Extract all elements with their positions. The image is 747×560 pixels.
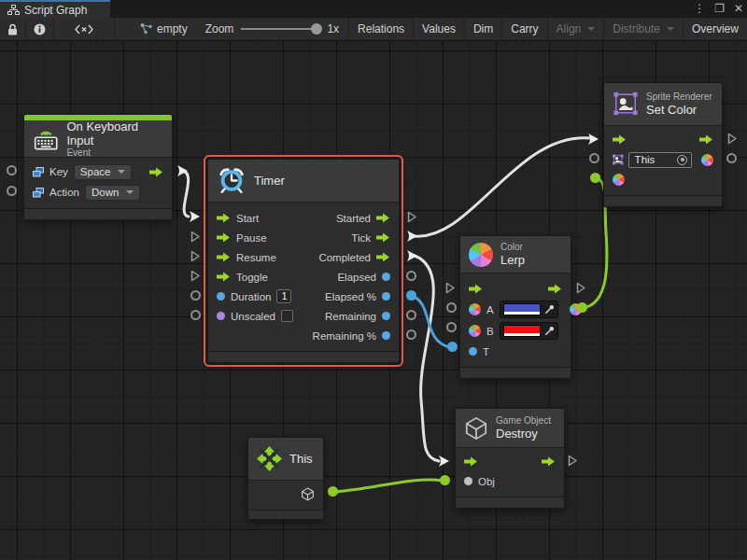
value-port[interactable] [469, 347, 477, 356]
flow-input-arrow[interactable] [217, 272, 231, 282]
action-dropdown[interactable]: Down [85, 185, 140, 201]
ext-port-elapsed-out[interactable] [406, 271, 416, 281]
value-port[interactable] [382, 331, 390, 340]
sprite-renderer-port-icon[interactable] [613, 153, 624, 166]
ext-port-started-out[interactable] [407, 211, 417, 223]
ext-port-resume-in[interactable] [190, 250, 201, 262]
value-port[interactable] [382, 273, 390, 281]
node-timer[interactable]: Timer Start Started Pause Tick Resume [207, 159, 400, 363]
color-swatch-b[interactable] [503, 325, 541, 337]
value-port[interactable] [217, 292, 225, 301]
ext-port-key-input[interactable] [7, 165, 17, 175]
color-port[interactable] [469, 303, 481, 315]
node-set-color[interactable]: Sprite Renderer Set Color This [603, 82, 723, 207]
ext-port-lerp-color-out[interactable] [577, 302, 587, 313]
ext-port-setcolor-target-in[interactable] [589, 153, 599, 163]
color-swatch-a[interactable] [503, 303, 541, 315]
flow-input-arrow[interactable] [613, 134, 627, 145]
flow-input-arrow[interactable] [217, 213, 231, 223]
ext-port-elapsed-pct-out[interactable] [406, 290, 416, 301]
ext-port-setcolor-flow-in[interactable] [587, 133, 599, 146]
color-input-port[interactable] [613, 174, 625, 186]
ext-port-start-in[interactable] [189, 210, 201, 223]
ext-port-lerp-b-in[interactable] [446, 322, 457, 332]
value-port[interactable] [217, 312, 225, 320]
ext-port-lerp-t-in[interactable] [447, 342, 458, 352]
value-port[interactable] [382, 312, 390, 320]
edit-graph-button[interactable] [54, 18, 115, 40]
value-port[interactable] [382, 292, 390, 301]
ext-port-setcolor-color-out[interactable] [726, 153, 737, 163]
flow-output-arrow[interactable] [376, 232, 390, 243]
ext-port-keyboard-flow-out[interactable] [176, 164, 189, 177]
ext-port-tick-out[interactable] [406, 230, 418, 243]
window-menu-icon[interactable]: ⋮ [694, 0, 705, 18]
ext-port-duration-in[interactable] [190, 290, 201, 301]
ext-port-lerp-a-in[interactable] [446, 302, 457, 313]
ext-port-destroy-flow-out[interactable] [568, 455, 578, 467]
flow-input-arrow[interactable] [217, 252, 231, 262]
graph-canvas[interactable]: On Keyboard Input Event Key Space [0, 41, 747, 560]
toolbar-button-distribute[interactable]: Distribute [604, 18, 684, 40]
flow-input-arrow[interactable] [464, 456, 478, 467]
toolbar-button-overview[interactable]: Overview [684, 18, 747, 40]
node-on-keyboard-input[interactable]: On Keyboard Input Event Key Space [23, 114, 173, 220]
flow-output-arrow[interactable] [149, 167, 163, 177]
ext-port-completed-out[interactable] [406, 249, 418, 262]
ext-port-remaining-out[interactable] [406, 310, 416, 320]
flow-output-arrow[interactable] [548, 284, 562, 294]
ext-port-destroy-flow-in[interactable] [438, 455, 450, 468]
color-field-b[interactable] [500, 322, 558, 340]
ext-port-destroy-obj-in[interactable] [440, 475, 450, 485]
duration-input[interactable]: 1 [276, 289, 291, 303]
eyedropper-icon[interactable] [544, 304, 555, 315]
ext-port-remaining-pct-out[interactable] [406, 329, 416, 340]
lock-button[interactable] [0, 18, 26, 40]
object-picker-icon[interactable] [677, 155, 687, 165]
wire-this-to-destroy-obj[interactable] [333, 480, 444, 492]
color-output-port[interactable] [701, 154, 713, 166]
toolbar-button-carry[interactable]: Carry [502, 18, 547, 40]
close-icon[interactable]: ✕ [734, 0, 743, 18]
target-object-field[interactable]: This [628, 152, 692, 168]
ext-port-setcolor-flow-out[interactable] [727, 133, 738, 145]
ext-port-unscaled-in[interactable] [190, 310, 201, 320]
toolbar-button-values[interactable]: Values [414, 18, 465, 40]
node-this[interactable]: This [247, 437, 324, 520]
toolbar-button-relations[interactable]: Relations [349, 18, 414, 40]
ext-port-lerp-flow-in[interactable] [445, 282, 456, 294]
flow-input-arrow[interactable] [469, 284, 483, 294]
color-port[interactable] [469, 325, 481, 337]
node-destroy[interactable]: Game Object Destroy Obj [455, 408, 565, 509]
ext-port-toggle-in[interactable] [190, 270, 201, 282]
ext-port-pause-in[interactable] [190, 231, 201, 243]
value-port[interactable] [464, 477, 472, 485]
key-dropdown[interactable]: Space [74, 164, 133, 180]
wire-keyboard-to-timer-start[interactable] [182, 171, 189, 217]
zoom-slider-handle[interactable] [311, 23, 322, 35]
wire-tick-to-setcolor[interactable] [415, 138, 590, 236]
tab-script-graph[interactable]: Script Graph [0, 0, 110, 18]
ext-port-lerp-flow-out[interactable] [576, 282, 586, 294]
node-color-lerp[interactable]: Color Lerp A [459, 235, 571, 379]
maximize-icon[interactable]: ❐ [714, 0, 725, 18]
game-object-output-port[interactable] [301, 487, 315, 501]
zoom-slider[interactable] [241, 28, 319, 30]
flow-output-arrow[interactable] [376, 252, 390, 262]
unscaled-checkbox[interactable] [281, 310, 293, 322]
ext-port-this-out[interactable] [328, 486, 338, 497]
flow-output-arrow[interactable] [542, 456, 556, 467]
flow-output-arrow[interactable] [376, 213, 390, 223]
ext-port-setcolor-color-in[interactable] [590, 173, 600, 183]
lock-icon [7, 23, 18, 35]
flow-input-arrow[interactable] [217, 232, 231, 243]
toolbar-button-align[interactable]: Align [548, 18, 605, 40]
eyedropper-icon[interactable] [544, 326, 555, 336]
color-field-a[interactable] [500, 301, 558, 318]
flow-output-arrow[interactable] [699, 134, 713, 145]
wire-completed-to-destroy[interactable] [415, 256, 439, 461]
chevron-down-icon [126, 190, 134, 194]
info-button[interactable] [26, 18, 54, 40]
toolbar-button-dim[interactable]: Dim [465, 18, 502, 40]
ext-port-action-input[interactable] [7, 186, 17, 196]
